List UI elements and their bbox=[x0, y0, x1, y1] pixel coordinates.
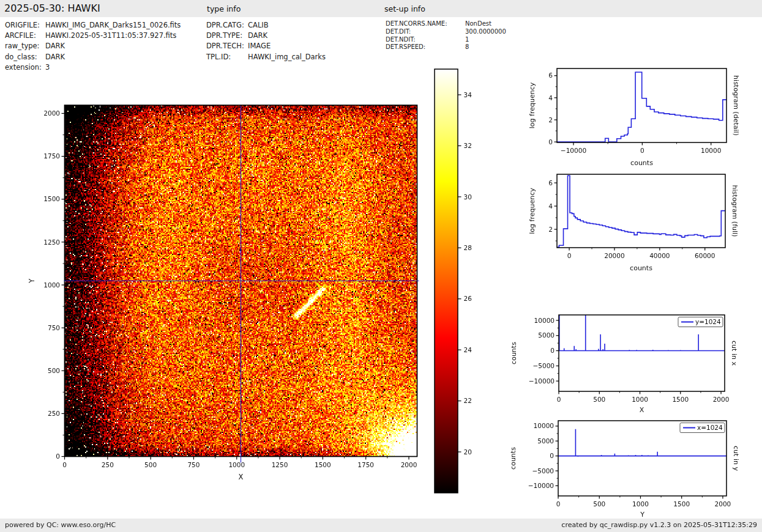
svg-text:2000: 2000 bbox=[715, 500, 731, 508]
cut_x-xlabel: X bbox=[640, 406, 644, 414]
type-info-label: DPR.CATG: bbox=[206, 21, 244, 29]
svg-text:1500: 1500 bbox=[315, 461, 331, 468]
cut_y-line bbox=[558, 429, 727, 457]
svg-text:2000: 2000 bbox=[713, 396, 730, 403]
svg-text:2000: 2000 bbox=[43, 109, 60, 117]
file-info-value: 3 bbox=[45, 63, 50, 72]
setup-info-value: 1 bbox=[465, 36, 469, 43]
page-title: 2025-05-30: HAWKI bbox=[4, 2, 100, 14]
setup-info-value: NonDest bbox=[465, 20, 491, 27]
type-info-value: CALIB bbox=[248, 21, 269, 29]
footer-bar: powered by QC: www.eso.org/HC created by… bbox=[0, 519, 762, 532]
svg-text:500: 500 bbox=[144, 461, 157, 468]
svg-text:750: 750 bbox=[48, 324, 60, 331]
svg-text:22: 22 bbox=[464, 397, 472, 404]
svg-text:1750: 1750 bbox=[43, 152, 60, 160]
svg-text:0: 0 bbox=[556, 500, 561, 508]
svg-text:500: 500 bbox=[48, 367, 60, 374]
svg-text:1000: 1000 bbox=[43, 281, 60, 289]
svg-text:32: 32 bbox=[464, 142, 472, 149]
type-info-value: IMAGE bbox=[248, 42, 271, 50]
svg-text:1750: 1750 bbox=[357, 461, 374, 468]
svg-text:250: 250 bbox=[48, 410, 60, 417]
svg-text:4: 4 bbox=[548, 94, 553, 102]
setup-info-label: DET.RSPEED: bbox=[386, 43, 425, 50]
file-info-label: raw_type: bbox=[5, 42, 40, 50]
svg-text:1000: 1000 bbox=[228, 461, 245, 468]
cut_y-xlabel: Y bbox=[640, 511, 644, 519]
setup-info-heading: set-up info bbox=[384, 4, 425, 13]
svg-text:750: 750 bbox=[187, 461, 200, 468]
svg-text:y=1024: y=1024 bbox=[695, 318, 721, 325]
type-info-heading: type info bbox=[207, 4, 241, 13]
svg-text:30: 30 bbox=[464, 193, 472, 201]
svg-text:0: 0 bbox=[548, 138, 553, 146]
svg-text:250: 250 bbox=[102, 461, 114, 468]
hist_full-xlabel: counts bbox=[630, 264, 652, 272]
svg-text:60000: 60000 bbox=[695, 252, 715, 259]
svg-text:2: 2 bbox=[548, 116, 553, 124]
svg-text:5000: 5000 bbox=[538, 331, 555, 339]
plot-cut_x: 0500100015002000−10000−50000500010000Xco… bbox=[510, 312, 738, 414]
cut_x-ylabel: counts bbox=[510, 342, 518, 364]
hist_detail-xlabel: counts bbox=[630, 159, 653, 167]
svg-text:1250: 1250 bbox=[272, 461, 288, 468]
setup-info-label: DET.NCORRS.NAME: bbox=[386, 20, 447, 27]
svg-text:0: 0 bbox=[567, 252, 572, 259]
svg-text:2: 2 bbox=[548, 226, 553, 233]
svg-text:500: 500 bbox=[593, 396, 605, 403]
svg-text:0: 0 bbox=[62, 461, 67, 468]
hist_full-ylabel: log frequency bbox=[528, 188, 536, 234]
svg-text:4: 4 bbox=[548, 202, 553, 210]
svg-text:10000: 10000 bbox=[701, 147, 721, 154]
svg-text:0: 0 bbox=[640, 147, 644, 154]
svg-text:−10000: −10000 bbox=[528, 482, 554, 489]
cut_y-legend: x=1024 bbox=[680, 423, 725, 433]
type-info-value: HAWKI_img_cal_Darks bbox=[248, 53, 326, 61]
qc-report-page: { "header": { "title": "2025-05-30: HAWK… bbox=[0, 0, 762, 532]
svg-text:−5000: −5000 bbox=[532, 362, 555, 369]
svg-text:26: 26 bbox=[464, 295, 473, 302]
footer-powered-by: powered by QC: www.eso.org/HC bbox=[5, 521, 116, 529]
setup-info-value: 8 bbox=[465, 43, 469, 50]
svg-text:0: 0 bbox=[550, 452, 554, 459]
plot-cut_y: 0500100015002000−10000−50000500010000Yco… bbox=[509, 421, 740, 519]
svg-text:6: 6 bbox=[548, 72, 553, 79]
colorbar bbox=[435, 69, 458, 493]
raw-frame-xlabel: X bbox=[239, 473, 244, 481]
svg-text:1500: 1500 bbox=[672, 396, 689, 403]
type-info-label: TPL.ID: bbox=[206, 53, 231, 61]
svg-text:1500: 1500 bbox=[673, 500, 690, 508]
svg-text:0: 0 bbox=[56, 453, 60, 460]
svg-text:1500: 1500 bbox=[43, 195, 60, 202]
file-info-value: DARK bbox=[45, 42, 65, 50]
svg-text:28: 28 bbox=[464, 244, 472, 251]
svg-text:20000: 20000 bbox=[604, 252, 624, 259]
setup-info-label: DET.NDIT: bbox=[386, 36, 416, 43]
cut_x-line bbox=[559, 312, 725, 351]
footer-created-by: created by qc_rawdisp.py v1.2.3 on 2025-… bbox=[561, 521, 757, 529]
svg-text:24: 24 bbox=[464, 346, 473, 353]
hist_detail-side-label: histogram (detail) bbox=[732, 75, 740, 136]
plot-hist_detail: −100000100000246countslog frequencyhisto… bbox=[528, 68, 740, 167]
file-info-label: ARCFILE: bbox=[5, 31, 36, 40]
svg-text:5000: 5000 bbox=[537, 437, 554, 445]
svg-text:0: 0 bbox=[557, 396, 561, 403]
svg-text:1250: 1250 bbox=[43, 238, 60, 246]
type-info-label: DPR.TECH: bbox=[206, 42, 244, 50]
raw-frame-ylabel: Y bbox=[28, 278, 36, 284]
svg-text:10000: 10000 bbox=[534, 422, 554, 429]
svg-text:1000: 1000 bbox=[632, 396, 648, 403]
type-info-label: DPR.TYPE: bbox=[206, 31, 242, 40]
cut_y-side-label: cut in y bbox=[732, 446, 740, 471]
file-info-value: DARK bbox=[45, 53, 65, 61]
plot-hist_full: 0200004000060000246countslog frequencyhi… bbox=[528, 174, 739, 272]
svg-text:−10000: −10000 bbox=[529, 377, 555, 385]
svg-text:−5000: −5000 bbox=[532, 467, 554, 475]
header-bar: 2025-05-30: HAWKI type info set-up info bbox=[0, 0, 762, 17]
cut_x-side-label: cut in x bbox=[730, 341, 738, 366]
svg-text:500: 500 bbox=[593, 500, 605, 508]
svg-text:0: 0 bbox=[550, 347, 555, 354]
setup-info-label: DET.DIT: bbox=[386, 28, 411, 35]
cut_x-legend: y=1024 bbox=[678, 317, 723, 327]
